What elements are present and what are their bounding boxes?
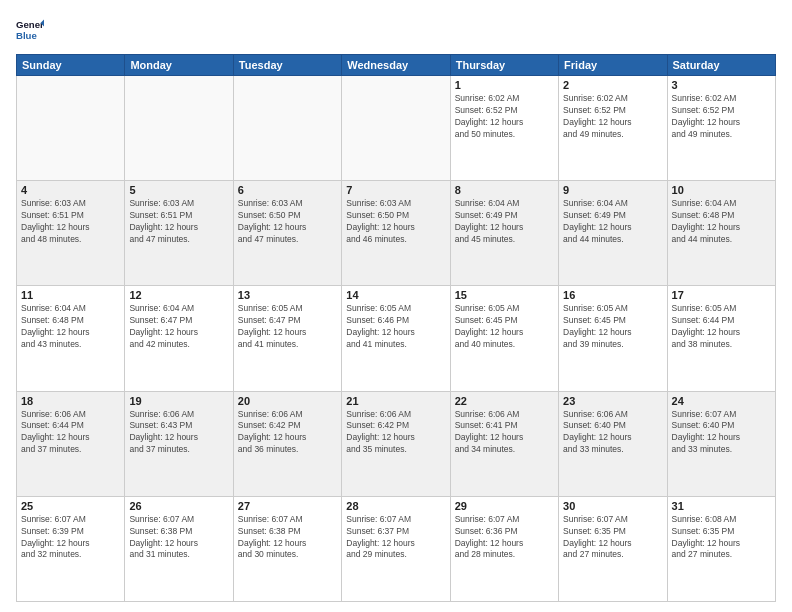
weekday-header-saturday: Saturday [667, 55, 775, 76]
day-number: 3 [672, 79, 771, 91]
day-number: 31 [672, 500, 771, 512]
day-info: Sunrise: 6:07 AM Sunset: 6:40 PM Dayligh… [672, 409, 771, 457]
calendar-cell: 14Sunrise: 6:05 AM Sunset: 6:46 PM Dayli… [342, 286, 450, 391]
day-number: 8 [455, 184, 554, 196]
day-number: 27 [238, 500, 337, 512]
day-info: Sunrise: 6:05 AM Sunset: 6:45 PM Dayligh… [455, 303, 554, 351]
day-info: Sunrise: 6:04 AM Sunset: 6:49 PM Dayligh… [455, 198, 554, 246]
day-number: 4 [21, 184, 120, 196]
day-info: Sunrise: 6:04 AM Sunset: 6:48 PM Dayligh… [672, 198, 771, 246]
day-number: 17 [672, 289, 771, 301]
calendar-cell: 17Sunrise: 6:05 AM Sunset: 6:44 PM Dayli… [667, 286, 775, 391]
day-number: 5 [129, 184, 228, 196]
calendar-cell [17, 76, 125, 181]
day-number: 25 [21, 500, 120, 512]
day-info: Sunrise: 6:02 AM Sunset: 6:52 PM Dayligh… [455, 93, 554, 141]
logo-icon: General Blue [16, 16, 44, 44]
calendar-cell: 23Sunrise: 6:06 AM Sunset: 6:40 PM Dayli… [559, 391, 667, 496]
weekday-header-thursday: Thursday [450, 55, 558, 76]
calendar-cell: 10Sunrise: 6:04 AM Sunset: 6:48 PM Dayli… [667, 181, 775, 286]
calendar-cell: 31Sunrise: 6:08 AM Sunset: 6:35 PM Dayli… [667, 496, 775, 601]
day-number: 6 [238, 184, 337, 196]
calendar-cell: 1Sunrise: 6:02 AM Sunset: 6:52 PM Daylig… [450, 76, 558, 181]
day-number: 24 [672, 395, 771, 407]
calendar-cell: 21Sunrise: 6:06 AM Sunset: 6:42 PM Dayli… [342, 391, 450, 496]
calendar-cell: 8Sunrise: 6:04 AM Sunset: 6:49 PM Daylig… [450, 181, 558, 286]
calendar-cell: 3Sunrise: 6:02 AM Sunset: 6:52 PM Daylig… [667, 76, 775, 181]
calendar-cell: 5Sunrise: 6:03 AM Sunset: 6:51 PM Daylig… [125, 181, 233, 286]
calendar-week-3: 18Sunrise: 6:06 AM Sunset: 6:44 PM Dayli… [17, 391, 776, 496]
weekday-header-tuesday: Tuesday [233, 55, 341, 76]
calendar-cell: 9Sunrise: 6:04 AM Sunset: 6:49 PM Daylig… [559, 181, 667, 286]
calendar-cell: 24Sunrise: 6:07 AM Sunset: 6:40 PM Dayli… [667, 391, 775, 496]
calendar-cell: 13Sunrise: 6:05 AM Sunset: 6:47 PM Dayli… [233, 286, 341, 391]
calendar-cell: 28Sunrise: 6:07 AM Sunset: 6:37 PM Dayli… [342, 496, 450, 601]
day-info: Sunrise: 6:07 AM Sunset: 6:35 PM Dayligh… [563, 514, 662, 562]
day-number: 11 [21, 289, 120, 301]
day-number: 13 [238, 289, 337, 301]
calendar-cell: 19Sunrise: 6:06 AM Sunset: 6:43 PM Dayli… [125, 391, 233, 496]
day-info: Sunrise: 6:06 AM Sunset: 6:42 PM Dayligh… [346, 409, 445, 457]
calendar-cell: 11Sunrise: 6:04 AM Sunset: 6:48 PM Dayli… [17, 286, 125, 391]
day-info: Sunrise: 6:05 AM Sunset: 6:44 PM Dayligh… [672, 303, 771, 351]
calendar-week-4: 25Sunrise: 6:07 AM Sunset: 6:39 PM Dayli… [17, 496, 776, 601]
weekday-header-monday: Monday [125, 55, 233, 76]
day-info: Sunrise: 6:07 AM Sunset: 6:37 PM Dayligh… [346, 514, 445, 562]
day-info: Sunrise: 6:05 AM Sunset: 6:46 PM Dayligh… [346, 303, 445, 351]
calendar-cell [233, 76, 341, 181]
day-info: Sunrise: 6:07 AM Sunset: 6:38 PM Dayligh… [129, 514, 228, 562]
day-info: Sunrise: 6:04 AM Sunset: 6:48 PM Dayligh… [21, 303, 120, 351]
day-number: 10 [672, 184, 771, 196]
day-info: Sunrise: 6:07 AM Sunset: 6:36 PM Dayligh… [455, 514, 554, 562]
day-number: 20 [238, 395, 337, 407]
calendar-cell: 7Sunrise: 6:03 AM Sunset: 6:50 PM Daylig… [342, 181, 450, 286]
day-number: 14 [346, 289, 445, 301]
day-info: Sunrise: 6:02 AM Sunset: 6:52 PM Dayligh… [672, 93, 771, 141]
day-number: 28 [346, 500, 445, 512]
day-info: Sunrise: 6:05 AM Sunset: 6:47 PM Dayligh… [238, 303, 337, 351]
calendar-cell: 6Sunrise: 6:03 AM Sunset: 6:50 PM Daylig… [233, 181, 341, 286]
day-number: 9 [563, 184, 662, 196]
day-number: 21 [346, 395, 445, 407]
calendar-cell: 26Sunrise: 6:07 AM Sunset: 6:38 PM Dayli… [125, 496, 233, 601]
day-info: Sunrise: 6:04 AM Sunset: 6:47 PM Dayligh… [129, 303, 228, 351]
day-info: Sunrise: 6:06 AM Sunset: 6:44 PM Dayligh… [21, 409, 120, 457]
weekday-header-friday: Friday [559, 55, 667, 76]
day-info: Sunrise: 6:07 AM Sunset: 6:38 PM Dayligh… [238, 514, 337, 562]
day-info: Sunrise: 6:05 AM Sunset: 6:45 PM Dayligh… [563, 303, 662, 351]
day-number: 30 [563, 500, 662, 512]
calendar-cell: 16Sunrise: 6:05 AM Sunset: 6:45 PM Dayli… [559, 286, 667, 391]
calendar-week-0: 1Sunrise: 6:02 AM Sunset: 6:52 PM Daylig… [17, 76, 776, 181]
calendar-cell: 2Sunrise: 6:02 AM Sunset: 6:52 PM Daylig… [559, 76, 667, 181]
calendar-table: SundayMondayTuesdayWednesdayThursdayFrid… [16, 54, 776, 602]
calendar-cell [342, 76, 450, 181]
day-info: Sunrise: 6:06 AM Sunset: 6:43 PM Dayligh… [129, 409, 228, 457]
calendar-cell: 12Sunrise: 6:04 AM Sunset: 6:47 PM Dayli… [125, 286, 233, 391]
weekday-header-wednesday: Wednesday [342, 55, 450, 76]
calendar-cell: 25Sunrise: 6:07 AM Sunset: 6:39 PM Dayli… [17, 496, 125, 601]
weekday-header-sunday: Sunday [17, 55, 125, 76]
calendar-week-2: 11Sunrise: 6:04 AM Sunset: 6:48 PM Dayli… [17, 286, 776, 391]
day-info: Sunrise: 6:06 AM Sunset: 6:42 PM Dayligh… [238, 409, 337, 457]
day-number: 19 [129, 395, 228, 407]
day-number: 18 [21, 395, 120, 407]
day-info: Sunrise: 6:06 AM Sunset: 6:40 PM Dayligh… [563, 409, 662, 457]
calendar-cell: 22Sunrise: 6:06 AM Sunset: 6:41 PM Dayli… [450, 391, 558, 496]
day-info: Sunrise: 6:06 AM Sunset: 6:41 PM Dayligh… [455, 409, 554, 457]
svg-text:General: General [16, 19, 44, 30]
calendar-cell: 27Sunrise: 6:07 AM Sunset: 6:38 PM Dayli… [233, 496, 341, 601]
day-number: 22 [455, 395, 554, 407]
day-number: 1 [455, 79, 554, 91]
calendar-cell: 29Sunrise: 6:07 AM Sunset: 6:36 PM Dayli… [450, 496, 558, 601]
header: General Blue [16, 16, 776, 44]
day-info: Sunrise: 6:03 AM Sunset: 6:51 PM Dayligh… [129, 198, 228, 246]
page: General Blue SundayMondayTuesdayWednesda… [0, 0, 792, 612]
day-info: Sunrise: 6:07 AM Sunset: 6:39 PM Dayligh… [21, 514, 120, 562]
day-info: Sunrise: 6:03 AM Sunset: 6:50 PM Dayligh… [346, 198, 445, 246]
day-number: 15 [455, 289, 554, 301]
day-number: 29 [455, 500, 554, 512]
calendar-week-1: 4Sunrise: 6:03 AM Sunset: 6:51 PM Daylig… [17, 181, 776, 286]
day-info: Sunrise: 6:03 AM Sunset: 6:51 PM Dayligh… [21, 198, 120, 246]
day-info: Sunrise: 6:02 AM Sunset: 6:52 PM Dayligh… [563, 93, 662, 141]
calendar-cell: 30Sunrise: 6:07 AM Sunset: 6:35 PM Dayli… [559, 496, 667, 601]
